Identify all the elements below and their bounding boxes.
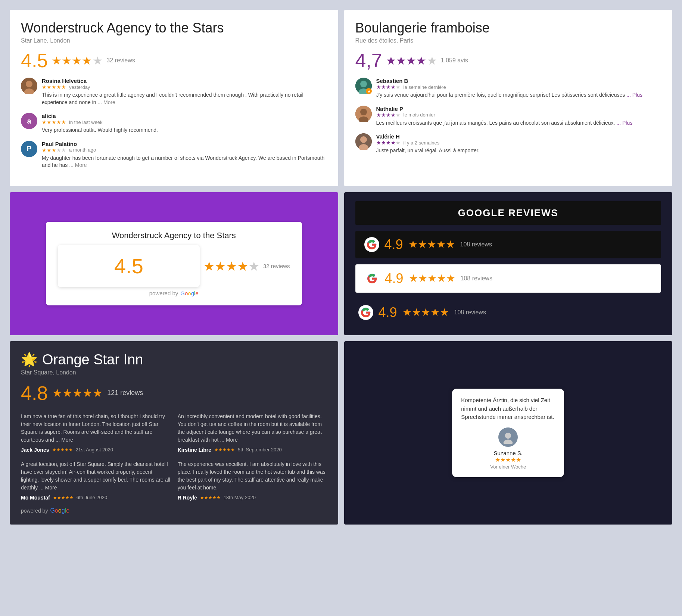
wonderstruck-rating-row: 4.5 ★★★★★ 32 reviews — [21, 51, 327, 70]
more-link-rosina[interactable]: ... More — [97, 99, 115, 105]
svg-point-4 — [360, 81, 367, 87]
review-sebastien: ★ Sebastien B ★★★★★ la semaine dernière … — [355, 78, 661, 99]
avatar-valerie — [355, 133, 372, 150]
inn-rating-num: 4.8 — [21, 382, 48, 404]
svg-point-14 — [505, 432, 511, 438]
powered-by-card: Wonderstruck Agency to the Stars 4.5 ★★★… — [46, 222, 302, 305]
powered-card-rating-number: 4.5 — [58, 245, 200, 287]
boulangerie-address: Rue des étoiles, Paris — [355, 37, 661, 44]
svg-point-15 — [504, 439, 513, 444]
orange-star-icon: 🌟 — [21, 352, 38, 367]
reviewer-time-rosina: yesterday — [69, 84, 90, 90]
svg-text:★: ★ — [367, 89, 371, 93]
german-reviewer-avatar — [498, 427, 518, 447]
gr-light-stars: ★★★★★ — [409, 272, 455, 284]
google-icon-dark — [364, 237, 379, 252]
boulangerie-business-name: Boulangerie framboise — [355, 20, 661, 36]
google-reviews-row-transparent: 4.9 ★★★★★ 108 reviews — [355, 299, 661, 326]
google-reviews-header: GOOGLE REVIEWS — [355, 201, 661, 225]
more-link-nathalie[interactable]: ... Plus — [616, 120, 632, 126]
inn-g-blue2: g — [62, 507, 65, 514]
review-text-nathalie: Les meilleurs croissants que j'ai jamais… — [376, 119, 633, 127]
review-content-valerie: Valérie H ★★★★★ il y a 2 semaines Juste … — [376, 133, 480, 155]
gr-dark-count: 108 reviews — [460, 241, 492, 248]
inn-g-yellow: o — [58, 507, 62, 514]
review-content-nathalie: Nathalie P ★★★★★ le mois dernier Les mei… — [376, 106, 633, 127]
google-reviews-title: GOOGLE REVIEWS — [364, 207, 653, 219]
powered-card-rating-row: 4.5 ★★★★★ 32 reviews — [58, 245, 290, 287]
review-nathalie: Nathalie P ★★★★★ le mois dernier Les mei… — [355, 106, 661, 127]
reviewer-name-rosina: Rosina Helvetica — [42, 78, 327, 84]
inn-reviewer-stars-royle: ★★★★★ — [200, 495, 221, 500]
reviewer-meta-sebastien: ★★★★★ la semaine dernière — [376, 84, 643, 90]
inn-reviewer-date-kirstine: 5th September 2020 — [238, 447, 282, 452]
more-link-kirstine[interactable]: ... More — [220, 437, 237, 443]
g-letter-blue2: g — [191, 290, 194, 296]
german-reviewer-time: Vor einer Woche — [490, 464, 526, 470]
powered-card-review-count: 32 reviews — [263, 263, 290, 269]
reviewer-meta-nathalie: ★★★★★ le mois dernier — [376, 112, 633, 118]
german-reviewer: Suzanne S. ★★★★★ Vor einer Woche — [461, 427, 555, 470]
more-link-sebastien[interactable]: ... Plus — [626, 92, 642, 98]
reviewer-stars-sebastien: ★★★★★ — [376, 84, 401, 90]
reviewer-time-alicia: in the last week — [69, 119, 103, 125]
g-letter-yellow: o — [188, 290, 191, 296]
boulangerie-stars: ★★★★★ — [386, 54, 437, 67]
gr-light-rating: 4.9 — [385, 271, 404, 286]
inn-reviewer-date-jack: 21st August 2020 — [76, 447, 113, 452]
powered-card-stars: ★★★★★ — [203, 259, 259, 274]
inn-reviewer-name-kirstine: Kirstine Libre — [178, 447, 211, 453]
inn-g-red: o — [55, 507, 58, 514]
inn-address: Star Square, London — [21, 369, 327, 376]
inn-review-count: 121 reviews — [107, 389, 143, 397]
google-icon-transparent — [358, 305, 373, 320]
inn-reviewer-jack: Jack Jones ★★★★★ 21st August 2020 — [21, 447, 170, 453]
german-review-text: Kompetente Ärztin, die sich viel Zeit ni… — [461, 396, 555, 421]
reviewer-name-nathalie: Nathalie P — [376, 106, 633, 112]
inn-google-wordmark: Google — [50, 507, 69, 514]
inn-reviewer-royle: R Royle ★★★★★ 18th May 2020 — [178, 495, 327, 501]
wonderstruck-review-count: 32 reviews — [106, 57, 135, 64]
inn-review-kirstine: An incredibly convenient and modern hote… — [178, 413, 327, 453]
middle-left-section: Wonderstruck Agency to the Stars 4.5 ★★★… — [10, 192, 338, 335]
inn-g-red2: e — [66, 507, 69, 514]
inn-review-text-jack: I am now a true fan of this hotel chain,… — [21, 413, 170, 444]
inn-reviewer-stars-mo: ★★★★★ — [53, 495, 74, 500]
inn-review-text-royle: The experience was excellent. I am absol… — [178, 460, 327, 492]
svg-point-1 — [26, 81, 32, 87]
inn-powered-by: powered by Google — [21, 507, 327, 514]
inn-header: 🌟 Orange Star Inn — [21, 352, 327, 368]
gr-dark-rating: 4.9 — [384, 237, 403, 252]
reviewer-stars-nathalie: ★★★★★ — [376, 112, 401, 118]
more-link-jack[interactable]: ... More — [56, 437, 73, 443]
inn-review-text-kirstine: An incredibly convenient and modern hote… — [178, 413, 327, 444]
wonderstruck-card: Wonderstruck Agency to the Stars Star La… — [10, 10, 338, 186]
inn-reviewer-stars-kirstine: ★★★★★ — [214, 447, 235, 452]
reviewer-stars-rosina: ★★★★★ — [42, 84, 66, 90]
wonderstruck-rating-number: 4.5 — [21, 51, 48, 70]
review-text-sebastien: J'y suis venue aujourd'hui pour la premi… — [376, 91, 643, 99]
inn-reviewer-name-mo: Mo Moustaf — [21, 495, 50, 501]
review-content-paul: Paul Palatino ★★★★★ a month ago My daugh… — [42, 141, 327, 169]
review-valerie: Valérie H ★★★★★ il y a 2 semaines Juste … — [355, 133, 661, 155]
reviewer-stars-alicia: ★★★★★ — [42, 119, 66, 125]
review-text-paul: My daughter has been fortunate enough to… — [42, 155, 327, 169]
powered-card-business-name: Wonderstruck Agency to the Stars — [58, 231, 290, 240]
review-content-sebastien: Sebastien B ★★★★★ la semaine dernière J'… — [376, 78, 643, 99]
google-wordmark: Google — [180, 290, 198, 296]
reviewer-time-sebastien: la semaine dernière — [404, 84, 446, 90]
inn-review-text-mo: A great location, just off Star Square. … — [21, 460, 170, 492]
google-reviews-row-dark: 4.9 ★★★★★ 108 reviews — [355, 231, 661, 258]
inn-powered-text: powered by — [21, 508, 48, 514]
inn-stars: ★★★★★ — [52, 386, 103, 399]
g-letter-red2: e — [195, 290, 198, 296]
wonderstruck-stars: ★★★★★ — [52, 54, 103, 67]
review-paul: P Paul Palatino ★★★★★ a month ago My dau… — [21, 141, 327, 169]
more-link-paul[interactable]: ... More — [69, 162, 87, 168]
reviewer-stars-valerie: ★★★★★ — [376, 140, 401, 146]
review-rosina: Rosina Helvetica ★★★★★ yesterday This is… — [21, 78, 327, 106]
wonderstruck-business-name: Wonderstruck Agency to the Stars — [21, 20, 327, 36]
gr-trans-rating: 4.9 — [379, 305, 397, 320]
boulangerie-rating-number: 4,7 — [355, 51, 382, 70]
more-link-mo[interactable]: ... More — [39, 485, 57, 491]
